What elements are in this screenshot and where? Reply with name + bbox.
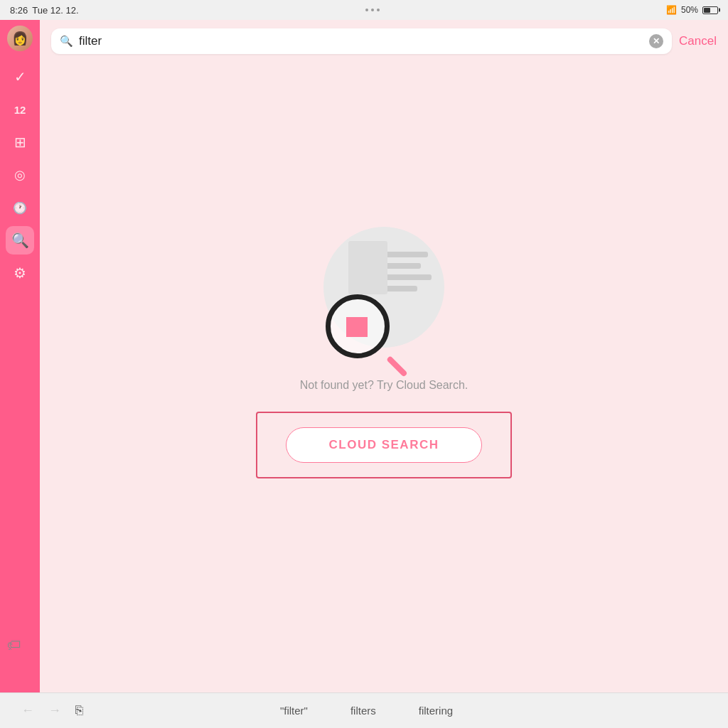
magnify-handle <box>386 355 407 377</box>
suggestion-filtering[interactable]: filtering <box>419 705 453 717</box>
main-layout: 👩 ✓ 12 ⊞ ◎ 🕐 🔍 ⚙ <box>0 20 728 728</box>
search-bar-row: 🔍 ✕ Cancel <box>40 20 728 63</box>
forward-button[interactable]: → <box>48 703 61 718</box>
cloud-search-wrapper: CLOUD SEARCH <box>256 412 513 478</box>
magnify-circle <box>326 294 390 358</box>
magnify-pink-square <box>346 317 368 337</box>
battery-percentage: 50% <box>681 5 698 15</box>
status-date: Tue 12. 12. <box>32 5 78 16</box>
back-button[interactable]: ← <box>21 703 34 718</box>
wifi-icon: 📶 <box>666 5 677 15</box>
search-icon: 🔍 <box>60 35 73 48</box>
status-left: 8:26 Tue 12. 12. <box>10 5 79 16</box>
sidebar-item-settings[interactable]: ⚙ <box>6 259 34 287</box>
copy-button[interactable]: ⎘ <box>75 703 83 718</box>
status-bar: 8:26 Tue 12. 12. 📶 50% <box>0 0 728 20</box>
clock-icon: 🕐 <box>13 201 27 215</box>
timer-icon: ◎ <box>14 167 26 183</box>
main-content: 🔍 ✕ Cancel <box>40 20 728 692</box>
battery-icon <box>702 6 718 14</box>
sidebar-item-clock[interactable]: 🕐 <box>6 193 34 222</box>
calendar-icon: 12 <box>14 104 26 116</box>
not-found-text: Not found yet? Try Cloud Search. <box>300 379 469 392</box>
sidebar-item-grid[interactable]: ⊞ <box>6 128 34 156</box>
sidebar-item-checkmark[interactable]: ✓ <box>6 63 34 91</box>
cancel-button[interactable]: Cancel <box>679 34 717 48</box>
search-illustration <box>313 220 455 362</box>
suggestion-row: "filter" filters filtering <box>280 705 453 717</box>
sidebar: 👩 ✓ 12 ⊞ ◎ 🕐 🔍 ⚙ <box>0 20 40 692</box>
user-avatar[interactable]: 👩 <box>7 26 33 51</box>
tag-icon[interactable]: 🏷 <box>7 637 21 653</box>
magnifying-glass <box>326 294 390 358</box>
suggestion-filter-quoted[interactable]: "filter" <box>280 705 308 717</box>
grid-icon: ⊞ <box>14 134 26 151</box>
doc-page <box>348 241 387 294</box>
sidebar-item-calendar[interactable]: 12 <box>6 95 34 124</box>
suggestion-filters[interactable]: filters <box>350 705 376 717</box>
search-input[interactable] <box>79 34 643 48</box>
status-right: 📶 50% <box>666 5 718 15</box>
bottom-toolbar: ← → ⎘ "filter" filters filtering <box>0 692 728 728</box>
toolbar-left: ← → ⎘ <box>21 703 83 718</box>
gear-icon: ⚙ <box>14 264 26 282</box>
search-bar-container: 🔍 ✕ <box>51 28 672 54</box>
sidebar-item-search[interactable]: 🔍 <box>6 226 34 255</box>
sidebar-item-timer[interactable]: ◎ <box>6 161 34 189</box>
status-time: 8:26 <box>10 5 28 16</box>
content-row: 👩 ✓ 12 ⊞ ◎ 🕐 🔍 ⚙ <box>0 20 728 692</box>
cloud-search-button[interactable]: CLOUD SEARCH <box>286 427 483 463</box>
checkmark-icon: ✓ <box>14 68 26 85</box>
search-sidebar-icon: 🔍 <box>11 232 29 249</box>
doc-lines <box>382 252 432 297</box>
avatar-image: 👩 <box>7 26 33 51</box>
no-results-area: Not found yet? Try Cloud Search. CLOUD S… <box>40 63 728 692</box>
clear-button[interactable]: ✕ <box>649 34 663 48</box>
status-dots <box>365 9 380 11</box>
